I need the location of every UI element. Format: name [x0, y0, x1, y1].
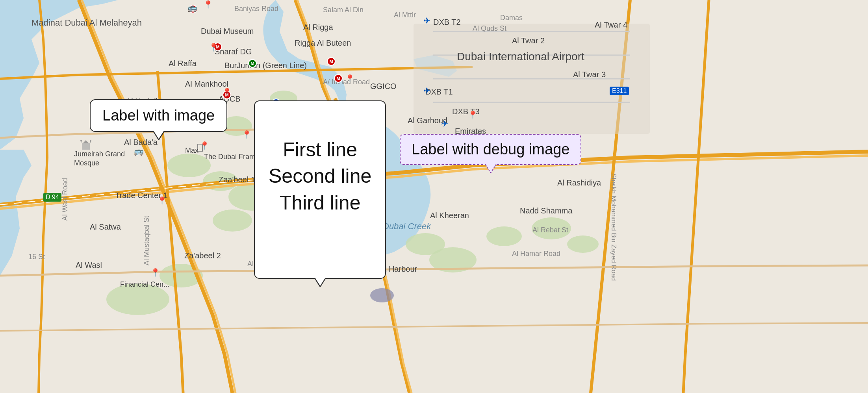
airport-icon-t3: ✈ [441, 119, 448, 129]
metro-icon-rigga: M [327, 57, 336, 66]
pin-tc1: 📍 [157, 196, 167, 206]
svg-point-15 [567, 235, 599, 253]
badge-e311: E311 [610, 87, 629, 95]
pin-green: 📍 [242, 130, 252, 139]
label-multiline-text: First line Second line Third line [269, 139, 371, 214]
airport-icon-t2: ✈ [423, 16, 430, 26]
svg-point-3 [167, 154, 211, 177]
svg-marker-29 [485, 164, 496, 173]
label-multiline: First line Second line Third line [254, 100, 386, 279]
svg-rect-22 [82, 143, 90, 150]
badge-d94: D 94 [43, 193, 61, 202]
pin-top: 📍 [203, 0, 213, 9]
svg-point-6 [213, 209, 252, 232]
label-with-image-text: Label with image [102, 107, 215, 124]
svg-marker-28 [315, 278, 326, 287]
pin-ggico: 📍 [345, 74, 355, 83]
metro-icon-ittihad: M [334, 74, 343, 83]
pin-sharaf: 📍 [209, 43, 219, 52]
svg-point-12 [106, 284, 169, 315]
bus-icon-1: 🚌 [187, 3, 197, 13]
svg-point-16 [370, 288, 394, 302]
bus-icon-4: 🚌 [134, 146, 144, 156]
airport-icon-t1: ✈ [423, 86, 430, 96]
metro-icon-burjuman: M [248, 59, 257, 68]
svg-marker-27 [153, 131, 164, 140]
label-debug-text: Label with debug image [412, 141, 569, 158]
map-container: Madinat Dubai Al Melaheyah Baniyas Road … [0, 0, 868, 393]
pin-adcb: 📍 [222, 87, 232, 97]
pin-financial: 📍 [150, 268, 160, 277]
label-with-image: Label with image [90, 99, 227, 132]
label-debug: Label with debug image [400, 134, 581, 165]
pin-t3: 📍 [468, 110, 478, 120]
pin-max: 📍 [200, 141, 210, 150]
svg-point-11 [486, 226, 522, 246]
svg-point-14 [532, 217, 571, 239]
